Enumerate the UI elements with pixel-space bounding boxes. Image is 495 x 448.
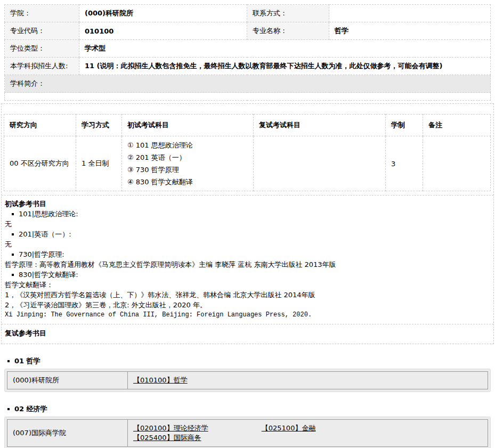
retest-books-title: 复试参考书目: [5, 329, 490, 338]
info-row-college: 学院： (000)科研院所 联系方式：: [5, 5, 491, 22]
major-code-label: 专业代码：: [5, 22, 79, 40]
initial-subjects-cell: ① 101 思想政治理论 ② 201 英语（一） ③ 730 哲学原理 ④ 83…: [122, 136, 254, 191]
contact-value: [329, 5, 491, 22]
retest-books-section: 复试参考书目: [2, 324, 493, 344]
major-code-value: 010100: [79, 22, 247, 40]
book-line-text: 哲学原理：高等教育通用教材《马克思主义哲学原理简明读本》主编 李晓萍 蓝杭 东南…: [5, 259, 490, 270]
info-row-degree-type: 学位类型： 学术型: [5, 40, 491, 58]
square-bullet-icon: [12, 213, 14, 215]
header-initial-exam-subjects: 初试考试科目: [122, 115, 254, 136]
research-direction-cell: 00 不区分研究方向: [4, 136, 76, 191]
catalog-heading-economics: 02 经济学: [7, 405, 495, 413]
header-retest-exam-subjects: 复试考试科目: [254, 115, 386, 136]
major-link[interactable]: 【025400】国际商务: [133, 434, 201, 442]
header-remark: 备注: [423, 115, 491, 136]
book-line-text: 无: [5, 239, 490, 249]
exam-table-data-row: 00 不区分研究方向 1 全日制 ① 101 思想政治理论 ② 201 英语（一…: [4, 136, 491, 191]
catalog-box-philosophy: (000)科研院所 【010100】哲学: [4, 369, 491, 392]
prelim-books-section: 初试参考书目 101|思想政治理论: 无 201|英语（一）: 无 730|哲学…: [2, 195, 493, 324]
major-link[interactable]: 【020100】理论经济学: [133, 424, 208, 432]
book-line-text: 830|哲学文献翻译:: [19, 271, 78, 279]
square-bullet-icon: [12, 254, 14, 256]
degree-type-value: 学术型: [79, 40, 491, 58]
book-line-bullet: 830|哲学文献翻译:: [5, 270, 490, 280]
major-link[interactable]: 【010100】哲学: [133, 376, 188, 384]
initial-subject-3: ③ 730 哲学原理: [127, 164, 248, 176]
square-bullet-icon: [7, 408, 10, 410]
square-bullet-icon: [12, 233, 14, 235]
book-line-bullet: 101|思想政治理论:: [5, 209, 490, 219]
enrollment-label: 本学科拟招生人数:: [5, 58, 79, 75]
book-line-text: 哲学文献翻译：: [5, 280, 490, 290]
book-line-text: 730|哲学原理:: [19, 250, 64, 258]
catalog-box-economics: (007)国际商学院 【020100】理论经济学 【025100】金融 【025…: [4, 417, 491, 448]
college-label: 学院：: [5, 5, 79, 22]
retest-subjects-cell: [254, 136, 386, 191]
exam-subjects-table: 研究方向 学习方式 初试考试科目 复试考试科目 学制 备注 00 不区分研究方向…: [4, 114, 491, 191]
college-cell: (000)科研院所: [7, 372, 128, 389]
remark-cell: [423, 136, 491, 191]
header-study-mode: 学习方式: [76, 115, 122, 136]
book-line-english-mono: Xi Jinping: The Governance of China III,…: [5, 310, 490, 320]
square-bullet-icon: [12, 274, 14, 276]
book-line-bullet: 201|英语（一）:: [5, 229, 490, 239]
catalog-row: (007)国际商学院 【020100】理论经济学 【025100】金融 【025…: [7, 420, 488, 447]
book-line-text: 无: [5, 219, 490, 229]
program-info-table: 学院： (000)科研院所 联系方式： 专业代码： 010100 专业名称： 哲…: [4, 4, 491, 101]
major-link[interactable]: 【025100】金融: [262, 424, 316, 432]
initial-subject-4: ④ 830 哲学文献翻译: [127, 176, 248, 188]
header-research-direction: 研究方向: [4, 115, 76, 136]
initial-subject-1: ① 101 思想政治理论: [127, 139, 248, 151]
info-row-intro: 学科简介：: [5, 75, 491, 93]
contact-label: 联系方式：: [247, 5, 329, 22]
exam-and-books-panel: 研究方向 学习方式 初试考试科目 复试考试科目 学制 备注 00 不区分研究方向…: [1, 103, 494, 344]
catalog-heading-philosophy: 01 哲学: [7, 357, 495, 365]
info-row-spacer: [5, 93, 491, 101]
catalog-heading-text: 01 哲学: [14, 357, 40, 365]
catalog-table: (007)国际商学院 【020100】理论经济学 【025100】金融 【025…: [7, 419, 488, 447]
spacer-cell: [5, 93, 491, 101]
major-name-label: 专业名称：: [247, 22, 329, 40]
book-line-bullet: 730|哲学原理:: [5, 249, 490, 259]
book-line-text: 201|英语（一）:: [19, 230, 71, 238]
info-row-enrollment: 本学科拟招生人数: 11 (说明：此拟招生人数包含推免生，最终招生人数以教育部最…: [5, 58, 491, 75]
square-bullet-icon: [7, 360, 10, 362]
discipline-intro-label: 学科简介：: [5, 75, 491, 93]
initial-subject-2: ② 201 英语（一）: [127, 151, 248, 164]
major-links-cell: 【020100】理论经济学 【025100】金融 【025400】国际商务: [128, 420, 488, 447]
college-cell: (007)国际商学院: [7, 420, 128, 447]
college-value: (000)科研院所: [79, 5, 247, 22]
header-duration: 学制: [386, 115, 423, 136]
duration-cell: 3: [386, 136, 423, 191]
degree-type-label: 学位类型：: [5, 40, 79, 58]
book-line-text: 101|思想政治理论:: [19, 210, 78, 218]
catalog-heading-text: 02 经济学: [14, 405, 47, 413]
info-row-major: 专业代码： 010100 专业名称： 哲学: [5, 22, 491, 40]
book-line-text: 1，《汉英对照西方哲学名篇选读（上、下）》韩水法、张祥龙、韩林合编 北京大学出版…: [5, 290, 490, 300]
major-links-cell: 【010100】哲学: [128, 372, 488, 389]
enrollment-value: 11 (说明：此拟招生人数包含推免生，最终招生人数以教育部最终下达招生人数为准，…: [79, 58, 491, 75]
prelim-books-title: 初试参考书目: [5, 199, 490, 209]
book-line-text: 2，《习近平谈治国理政》第三卷，北京: 外文出版社，2020 年。: [5, 300, 490, 310]
catalog-table: (000)科研院所 【010100】哲学: [7, 371, 488, 389]
major-name-value: 哲学: [329, 22, 491, 40]
study-mode-cell: 1 全日制: [76, 136, 122, 191]
catalog-row: (000)科研院所 【010100】哲学: [7, 372, 488, 389]
exam-table-header-row: 研究方向 学习方式 初试考试科目 复试考试科目 学制 备注: [4, 115, 491, 136]
